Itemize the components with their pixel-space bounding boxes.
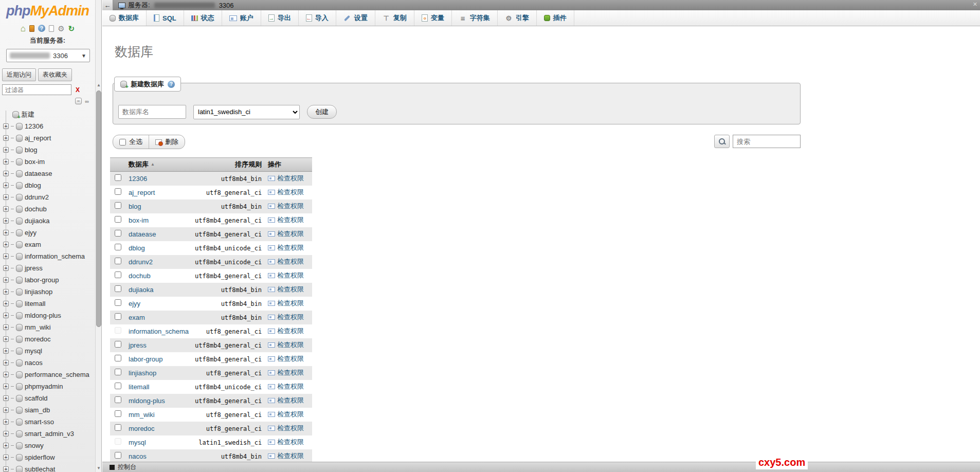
favorite-tables-tab[interactable]: 表收藏夹 (38, 68, 72, 81)
database-link[interactable]: exam (129, 314, 145, 321)
database-link[interactable]: ejyy (129, 300, 140, 307)
server-select[interactable]: 3306 ▼ (6, 49, 90, 62)
unlink-icon[interactable]: ∞ (85, 98, 89, 104)
nav-tab[interactable]: 设置 (336, 10, 375, 26)
tree-item-database[interactable]: snowy (0, 440, 95, 451)
tree-item-database[interactable]: litemall (0, 298, 95, 310)
nav-tab[interactable]: 导入 (299, 10, 336, 26)
tree-item-database[interactable]: dblog (0, 179, 95, 191)
help-icon[interactable]: ? (38, 25, 45, 32)
tree-item-database[interactable]: blog (0, 144, 95, 156)
expand-icon[interactable] (3, 301, 9, 306)
tree-item-database[interactable]: nacos (0, 357, 95, 369)
check-privileges-link[interactable]: 检查权限 (268, 285, 304, 294)
drop-button[interactable]: 删除 (149, 135, 185, 149)
search-button[interactable] (714, 135, 730, 148)
docs-icon[interactable] (49, 25, 54, 32)
expand-icon[interactable] (3, 419, 9, 425)
expand-icon[interactable] (3, 159, 9, 165)
expand-icon[interactable] (3, 242, 9, 247)
tree-item-database[interactable]: smart_admin_v3 (0, 428, 95, 440)
database-link[interactable]: jpress (129, 341, 147, 349)
tree-item-database[interactable]: labor-group (0, 274, 95, 286)
check-privileges-link[interactable]: 检查权限 (268, 271, 304, 280)
help-icon[interactable]: ? (168, 81, 175, 88)
check-privileges-link[interactable]: 检查权限 (268, 215, 304, 225)
header-database[interactable]: 数据库▲ (125, 158, 192, 172)
expand-icon[interactable] (3, 455, 9, 460)
database-link[interactable]: mysql (129, 439, 146, 446)
tree-item-new-database[interactable]: 新建 (0, 108, 95, 120)
gear-icon[interactable]: ⚙ (58, 25, 64, 32)
row-checkbox[interactable] (115, 271, 121, 278)
expand-icon[interactable] (3, 313, 9, 318)
back-button[interactable]: ← (102, 0, 113, 10)
tree-item-database[interactable]: information_schema (0, 250, 95, 262)
database-link[interactable]: 12306 (129, 175, 147, 183)
collation-select[interactable]: latin1_swedish_ci (193, 105, 300, 119)
check-privileges-link[interactable]: 检查权限 (268, 410, 304, 419)
row-checkbox[interactable] (115, 174, 121, 181)
row-checkbox[interactable] (115, 396, 121, 403)
tree-item-database[interactable]: mm_wiki (0, 321, 95, 333)
expand-icon[interactable] (3, 265, 9, 271)
nav-tab[interactable]: 导出 (261, 10, 299, 26)
database-link[interactable]: mm_wiki (129, 411, 155, 419)
row-checkbox[interactable] (115, 230, 121, 237)
tree-item-database[interactable]: dochub (0, 203, 95, 215)
database-link[interactable]: moredoc (129, 425, 155, 432)
row-checkbox[interactable] (115, 313, 121, 320)
row-checkbox[interactable] (115, 369, 121, 375)
tree-item-database[interactable]: aj_report (0, 132, 95, 144)
database-link[interactable]: aj_report (129, 189, 155, 196)
row-checkbox[interactable] (115, 452, 121, 459)
row-checkbox[interactable] (115, 383, 121, 389)
filter-clear-button[interactable]: X (76, 86, 80, 94)
expand-icon[interactable] (3, 348, 9, 354)
header-collation[interactable]: 排序规则 (192, 158, 265, 172)
database-link[interactable]: information_schema (129, 328, 189, 335)
database-link[interactable]: dblog (129, 244, 145, 252)
home-icon[interactable]: ⌂ (21, 24, 26, 33)
database-link[interactable]: labor-group (129, 355, 163, 363)
expand-icon[interactable] (3, 135, 9, 141)
expand-icon[interactable] (3, 206, 9, 212)
tree-item-database[interactable]: ddrunv2 (0, 191, 95, 203)
database-link[interactable]: nacos (129, 452, 147, 460)
check-privileges-link[interactable]: 检查权限 (268, 299, 304, 308)
check-privileges-link[interactable]: 检查权限 (268, 354, 304, 364)
expand-icon[interactable] (3, 336, 9, 342)
tree-item-database[interactable]: subtlechat (0, 463, 95, 472)
check-privileges-link[interactable]: 检查权限 (268, 243, 304, 252)
nav-tab[interactable]: 插件 (537, 10, 574, 26)
row-checkbox[interactable] (115, 424, 121, 431)
check-privileges-link[interactable]: 检查权限 (268, 424, 304, 433)
tree-item-database[interactable]: ejyy (0, 227, 95, 239)
tree-filter-input[interactable] (2, 84, 71, 95)
row-checkbox[interactable] (115, 216, 121, 223)
expand-icon[interactable] (3, 372, 9, 377)
database-link[interactable]: dujiaoka (129, 286, 153, 294)
expand-icon[interactable] (3, 360, 9, 366)
logout-icon[interactable] (29, 25, 34, 32)
row-checkbox[interactable] (115, 258, 121, 264)
database-link[interactable]: ddrunv2 (129, 258, 153, 266)
tree-item-database[interactable]: siam_db (0, 404, 95, 416)
expand-icon[interactable] (3, 218, 9, 224)
nav-tab[interactable]: 复制 (375, 10, 414, 26)
tree-item-database[interactable]: box-im (0, 156, 95, 168)
nav-tab[interactable]: SQL (147, 10, 184, 26)
refresh-icon[interactable]: ↻ (68, 25, 75, 32)
tree-item-database[interactable]: exam (0, 239, 95, 250)
tree-item-database[interactable]: linjiashop (0, 286, 95, 298)
row-checkbox[interactable] (115, 299, 121, 306)
recent-tables-tab[interactable]: 近期访问 (2, 68, 36, 81)
expand-icon[interactable] (3, 277, 9, 283)
expand-icon[interactable] (3, 431, 9, 437)
database-link[interactable]: box-im (129, 216, 149, 224)
expand-icon[interactable] (3, 324, 9, 330)
tree-item-database[interactable]: smart-sso (0, 416, 95, 428)
nav-tab[interactable]: 账户 (222, 10, 261, 26)
expand-icon[interactable] (3, 147, 9, 153)
check-all-control[interactable]: 全选 (113, 135, 149, 149)
